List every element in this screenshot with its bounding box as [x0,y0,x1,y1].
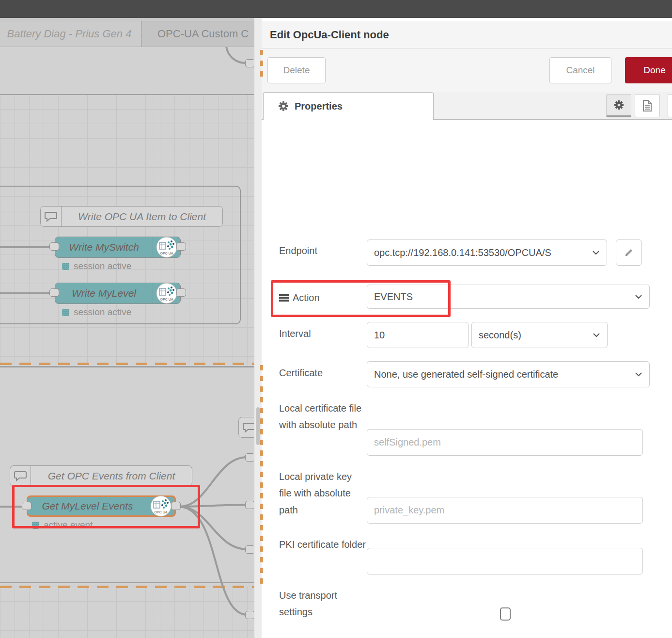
properties-form: Endpoint opc.tcp://192.168.0.141:53530/O… [262,120,672,638]
output-port[interactable] [176,288,186,297]
tab-properties[interactable]: Properties [263,92,434,120]
annotation-action-red-box [271,280,451,317]
node-label: Write MyLevel [55,283,153,303]
gear-icon [278,101,289,112]
private-key-label: Local private key file with absolute pat… [279,468,366,518]
endpoint-select[interactable]: opc.tcp://192.168.0.141:53530/OPCUA/S [367,239,607,266]
status-dot-icon [62,263,69,270]
chevron-down-icon [635,294,642,299]
wire-port-stub[interactable] [245,611,255,619]
certificate-value: None, use generated self-signed certific… [374,369,635,380]
delete-button[interactable]: Delete [267,57,326,83]
wire-port-stub[interactable] [245,59,255,67]
comment-node-get[interactable]: Get OPC Events from Client [10,465,192,486]
pki-folder-label: PKI certificate folder [279,536,366,553]
flow-editor-canvas[interactable]: Write OPC UA Item to Client Write MySwit… [0,0,262,638]
comment-label: Write OPC UA Item to Client [62,207,222,226]
input-port[interactable] [49,242,59,251]
workspace-tab-bar: Battery Diag - Prius Gen 4 OPC-UA Custom… [0,18,262,47]
certificate-label: Certificate [279,365,366,381]
document-icon [642,100,652,112]
chevron-down-icon [593,333,600,337]
output-port[interactable] [176,242,186,251]
max-chunkcount-label: Max ChunkCount [279,636,366,638]
status-dot-icon [62,309,69,316]
interval-label: Interval [279,325,366,342]
local-cert-label: Local certificate file with absolute pat… [279,400,366,433]
done-button[interactable]: Done [625,57,672,83]
annotation-node-red-box [12,485,200,528]
interval-input[interactable] [367,322,469,348]
node-label: Write MySwitch [55,237,153,257]
description-icon-button[interactable] [635,94,660,117]
local-cert-input[interactable] [367,429,643,456]
group-dashed-border-vertical [260,365,263,585]
appearance-icon-button[interactable] [668,94,672,117]
status-text: session active [74,307,131,318]
svg-text:OPC UA: OPC UA [160,298,173,301]
use-transport-checkbox[interactable] [500,607,511,621]
interval-unit-select[interactable]: second(s) [471,322,608,348]
node-status: session active [62,261,131,271]
wire-port-stub[interactable] [245,501,255,509]
chevron-down-icon [592,250,600,255]
node-status: session active [62,307,131,318]
node-write-myswitch[interactable]: Write MySwitch OPC UA [55,237,181,258]
transport-label: Use transport settings [279,587,366,621]
tab-label: OPC-UA Custom C [157,28,249,40]
comment-node-write[interactable]: Write OPC UA Item to Client [40,206,223,227]
cancel-button[interactable]: Cancel [549,57,611,83]
input-port[interactable] [49,288,59,297]
private-key-input[interactable] [367,497,643,524]
tab-opcua-custom[interactable]: OPC-UA Custom C [141,21,267,47]
status-text: session active [74,261,131,271]
speech-bubble-icon [41,207,62,226]
speech-bubble-icon [10,466,31,486]
dialog-header: Edit OpcUa-Client node [262,21,672,48]
tab-properties-label: Properties [295,101,343,112]
badge-text: OPC UA [160,252,173,255]
tab-battery-diag[interactable]: Battery Diag - Prius Gen 4 [0,21,141,47]
dialog-tab-row: Properties [262,92,672,120]
dialog-title: Edit OpcUa-Client node [262,29,389,41]
dialog-button-row: Delete Cancel Done [262,48,672,92]
endpoint-label: Endpoint [279,242,366,259]
interval-unit-value: second(s) [479,330,593,341]
gear-icon [614,100,624,110]
properties-icon-button[interactable] [606,94,631,117]
pencil-icon [624,248,634,257]
wire-port-stub[interactable] [245,453,255,462]
edit-endpoint-button[interactable] [616,239,642,266]
comment-label: Get OPC Events from Client [31,466,192,486]
edit-node-dialog: Edit OpcUa-Client node Delete Cancel Don… [254,18,672,638]
node-write-mylevel[interactable]: Write MyLevel OPC UA [55,283,181,304]
tab-label: Battery Diag - Prius Gen 4 [7,28,132,40]
app-header [0,0,672,18]
endpoint-value: opc.tcp://192.168.0.141:53530/OPCUA/S [374,247,592,258]
pki-folder-input[interactable] [367,548,643,574]
dialog-scrollbar[interactable] [256,407,260,445]
group-dashed-border-vertical [260,50,263,80]
wire-port-stub[interactable] [245,545,255,554]
certificate-select[interactable]: None, use generated self-signed certific… [367,361,650,387]
chevron-down-icon [635,372,642,377]
